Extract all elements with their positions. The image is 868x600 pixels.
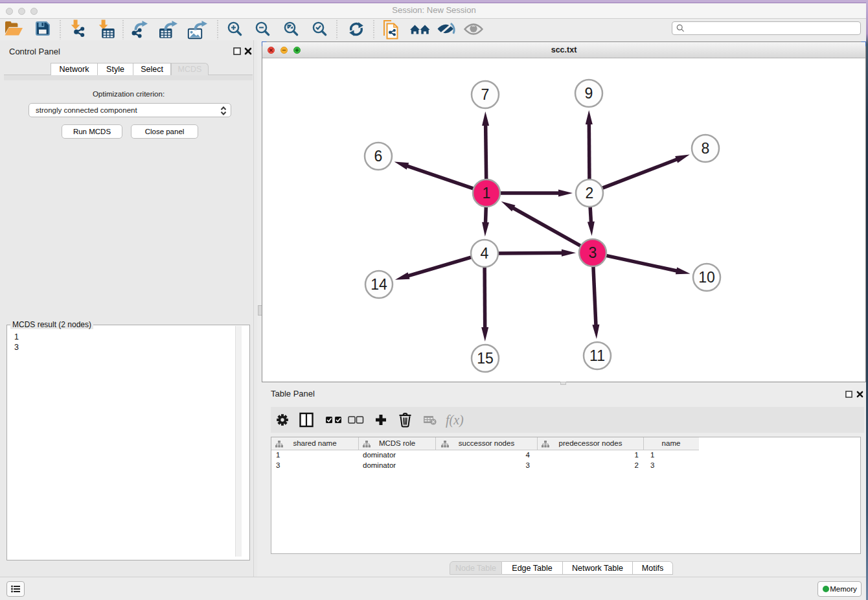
- svg-text:9: 9: [585, 85, 593, 102]
- svg-text:7: 7: [481, 86, 490, 103]
- svg-text:6: 6: [374, 148, 383, 165]
- svg-text:14: 14: [371, 276, 387, 293]
- svg-text:3: 3: [589, 244, 597, 261]
- svg-text:15: 15: [477, 350, 494, 367]
- svg-text:1: 1: [483, 185, 491, 202]
- svg-text:4: 4: [481, 245, 489, 262]
- svg-text:10: 10: [698, 269, 715, 286]
- svg-text:f(x): f(x): [446, 413, 464, 428]
- svg-text:2: 2: [586, 185, 594, 202]
- svg-text:11: 11: [589, 347, 605, 364]
- svg-text:8: 8: [702, 140, 710, 157]
